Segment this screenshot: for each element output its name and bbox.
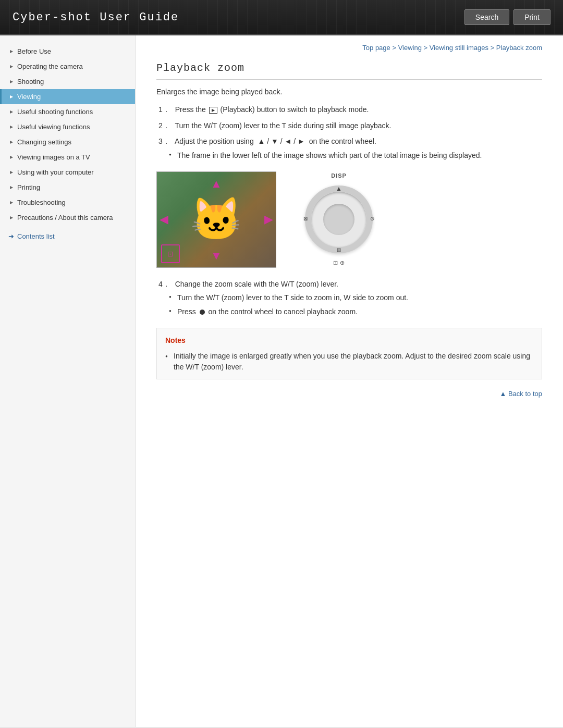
- sidebar-item-label: Shooting: [17, 78, 44, 85]
- content-area: Top page > Viewing > Viewing still image…: [136, 35, 563, 727]
- arrow-right-icon: ▶: [264, 211, 273, 229]
- step4-list: 4． Change the zoom scale with the W/T (z…: [156, 278, 542, 317]
- breadcrumb-separator: >: [392, 44, 398, 52]
- arrow-right-icon: ➜: [8, 232, 14, 240]
- sidebar-item-label: Precautions / About this camera: [17, 214, 113, 221]
- step-4-sub-1: Turn the W/T (zoom) lever to the T side …: [169, 292, 542, 303]
- sidebar-item-label: Operating the camera: [17, 63, 83, 70]
- notes-list: Initially the image is enlarged greatly …: [165, 351, 533, 373]
- wheel-top-icon: ▲: [336, 184, 342, 194]
- sidebar-item-label: Printing: [17, 183, 40, 191]
- step-2: 2． Turn the W/T (zoom) lever to the T si…: [156, 120, 542, 131]
- sidebar: ▶ Before Use ▶ Operating the camera ▶ Sh…: [0, 35, 136, 727]
- notes-section: Notes Initially the image is enlarged gr…: [156, 328, 542, 379]
- breadcrumb: Top page > Viewing > Viewing still image…: [156, 44, 542, 52]
- sidebar-item-useful-viewing[interactable]: ▶ Useful viewing functions: [0, 119, 135, 134]
- arrow-left-icon: ◀: [160, 211, 168, 229]
- zoom-frame-icon: ⊡: [161, 244, 180, 263]
- steps-list: 1． Press the (Playback) button to switch…: [156, 104, 542, 161]
- contents-link-label: Contents list: [17, 232, 55, 240]
- page-title: Playback zoom: [156, 62, 542, 80]
- sidebar-item-useful-shooting[interactable]: ▶ Useful shooting functions: [0, 104, 135, 119]
- wheel-left-icon: ⊠: [303, 215, 308, 223]
- sidebar-item-printing[interactable]: ▶ Printing: [0, 180, 135, 195]
- sidebar-item-shooting[interactable]: ▶ Shooting: [0, 74, 135, 89]
- sidebar-arrow-icon: ▶: [10, 79, 13, 84]
- step-number: 1．: [158, 105, 170, 114]
- step-number: 2．: [158, 121, 170, 130]
- sidebar-arrow-icon: ▶: [10, 64, 13, 69]
- playback-icon: [209, 107, 217, 114]
- sidebar-item-troubleshooting[interactable]: ▶ Troubleshooting: [0, 195, 135, 210]
- sidebar-item-label: Viewing images on a TV: [17, 153, 90, 161]
- disp-label: DISP: [331, 171, 347, 181]
- breadcrumb-viewing-still[interactable]: Viewing still images: [430, 44, 488, 52]
- breadcrumb-current: Playback zoom: [496, 44, 542, 52]
- sidebar-item-label: Useful shooting functions: [17, 108, 93, 116]
- back-to-top-link[interactable]: ▲ Back to top: [499, 390, 542, 398]
- sidebar-item-label: Using with your computer: [17, 168, 94, 176]
- wheel-bottom-icons: ⊡ ⊕: [333, 258, 344, 268]
- breadcrumb-viewing[interactable]: Viewing: [398, 44, 422, 52]
- control-wheel-area: DISP ▲ ⊙ ⊞ ⊠ ⊡ ⊕: [292, 171, 386, 268]
- sidebar-item-before-use[interactable]: ▶ Before Use: [0, 44, 135, 59]
- step-number: 4．: [158, 280, 170, 288]
- step-4-sub-2: Press on the control wheel to cancel pla…: [169, 306, 542, 317]
- sidebar-arrow-icon: ▶: [10, 200, 13, 205]
- notes-title: Notes: [165, 335, 533, 346]
- step-4-sub: Turn the W/T (zoom) lever to the T side …: [158, 292, 542, 317]
- sidebar-arrow-icon: ▶: [10, 170, 13, 175]
- search-button[interactable]: Search: [464, 9, 509, 25]
- content-body: Enlarges the image being played back. 1．…: [156, 86, 542, 379]
- sidebar-item-viewing-tv[interactable]: ▶ Viewing images on a TV: [0, 150, 135, 165]
- main-layout: ▶ Before Use ▶ Operating the camera ▶ Sh…: [0, 35, 563, 727]
- sidebar-arrow-icon: ▶: [10, 94, 13, 99]
- back-to-top: ▲ Back to top: [156, 390, 542, 398]
- intro-text: Enlarges the image being played back.: [156, 86, 542, 97]
- wheel-container: ▲ ⊙ ⊞ ⊠: [302, 183, 375, 256]
- arrow-up-icon: ▲: [211, 175, 222, 193]
- notes-item: Initially the image is enlarged greatly …: [165, 351, 533, 373]
- sidebar-item-changing-settings[interactable]: ▶ Changing settings: [0, 134, 135, 150]
- sidebar-arrow-icon: ▶: [10, 140, 13, 144]
- step-1: 1． Press the (Playback) button to switch…: [156, 104, 542, 115]
- contents-list-link[interactable]: ➜ Contents list: [0, 227, 135, 245]
- cat-image: ▲ ▼ ◀ ▶ ⊡: [156, 171, 276, 268]
- wheel-icons: ▲ ⊙ ⊞ ⊠: [302, 183, 375, 256]
- sidebar-item-label: Useful viewing functions: [17, 123, 90, 131]
- sidebar-item-operating[interactable]: ▶ Operating the camera: [0, 59, 135, 74]
- wheel-bottom-icon: ⊞: [337, 246, 341, 254]
- breadcrumb-top[interactable]: Top page: [362, 44, 390, 52]
- sidebar-item-label: Troubleshooting: [17, 199, 66, 206]
- print-button[interactable]: Print: [513, 9, 550, 25]
- sidebar-item-label: Changing settings: [17, 138, 71, 146]
- step-3-sub-item: The frame in the lower left of the image…: [169, 150, 542, 161]
- sidebar-item-label: Viewing: [17, 93, 41, 101]
- sidebar-item-viewing[interactable]: ▶ Viewing: [0, 89, 135, 104]
- step-3-sub: The frame in the lower left of the image…: [158, 150, 542, 161]
- sidebar-item-label: Before Use: [17, 47, 51, 55]
- header-buttons: Search Print: [464, 9, 550, 25]
- sidebar-arrow-icon: ▶: [10, 215, 13, 220]
- sidebar-arrow-icon: ▶: [10, 49, 13, 54]
- sidebar-arrow-icon: ▶: [10, 155, 13, 159]
- wheel-right-icon: ⊙: [370, 215, 374, 223]
- app-title: Cyber-shot User Guide: [13, 11, 179, 24]
- bullet-circle-icon: [200, 310, 205, 315]
- sidebar-arrow-icon: ▶: [10, 109, 13, 114]
- sidebar-item-precautions[interactable]: ▶ Precautions / About this camera: [0, 210, 135, 225]
- image-area: ▲ ▼ ◀ ▶ ⊡ DISP ▲ ⊙ ⊞: [156, 171, 542, 268]
- step-3: 3． Adjust the position using ▲ / ▼ / ◄ /…: [156, 135, 542, 161]
- arrow-down-icon: ▼: [211, 246, 222, 265]
- sidebar-arrow-icon: ▶: [10, 125, 13, 129]
- step-number: 3．: [158, 137, 170, 145]
- breadcrumb-separator: >: [491, 44, 496, 52]
- step-4: 4． Change the zoom scale with the W/T (z…: [156, 278, 542, 317]
- breadcrumb-separator: >: [424, 44, 430, 52]
- sidebar-arrow-icon: ▶: [10, 185, 13, 190]
- header: Cyber-shot User Guide Search Print: [0, 0, 563, 35]
- sidebar-item-using-computer[interactable]: ▶ Using with your computer: [0, 165, 135, 180]
